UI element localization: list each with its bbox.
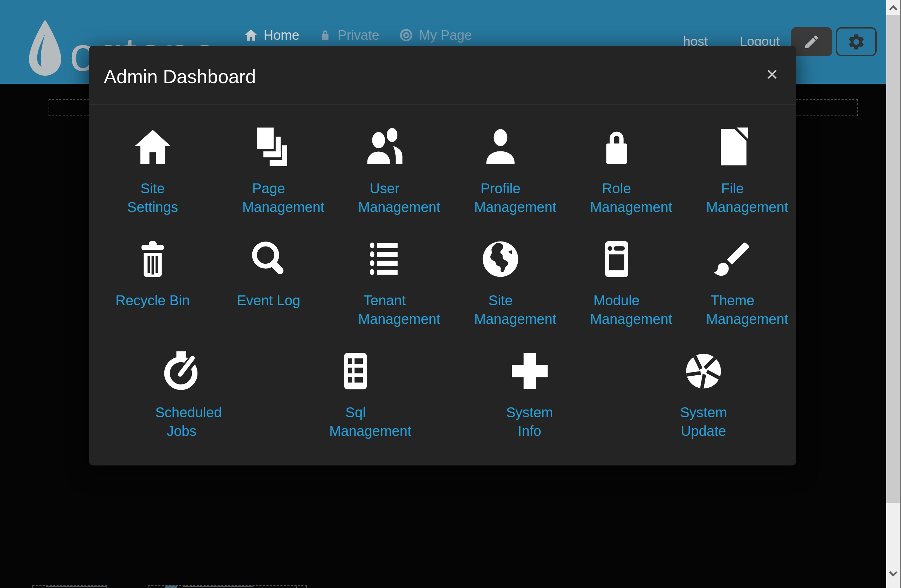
tile-theme-management[interactable]: Theme Management [675, 217, 791, 329]
table-icon [333, 349, 378, 393]
tile-label: Sql Management [329, 403, 382, 440]
tile-user-management[interactable]: User Management [327, 104, 443, 217]
search-icon [246, 237, 291, 281]
tiles-row-1: Site Settings Page Management [95, 104, 790, 217]
tile-system-info[interactable]: System Info [443, 329, 617, 440]
tile-profile-management[interactable]: Profile Management [443, 104, 559, 217]
footer-fragment [165, 585, 178, 588]
tile-site-management[interactable]: Site Management [443, 217, 559, 329]
tiles-row-3: Scheduled Jobs Sql Management [95, 329, 790, 440]
pencil-icon [803, 33, 820, 50]
nav-label: My Page [419, 28, 472, 43]
aperture-icon [681, 349, 726, 393]
vertical-scrollbar[interactable] [886, 0, 901, 588]
lock-icon [594, 125, 639, 169]
tile-label: Scheduled Jobs [155, 403, 208, 440]
home-icon [131, 125, 175, 169]
tile-site-settings[interactable]: Site Settings [95, 104, 211, 217]
page: { "colors": { "accent": "#2A9FD6", "head… [0, 0, 901, 588]
tile-label: File Management [706, 179, 759, 217]
tile-label: Profile Management [474, 179, 527, 217]
footer-fragment [296, 585, 297, 588]
globe-icon [478, 237, 523, 281]
footer-fragment [46, 586, 106, 587]
nav-label: Home [263, 28, 299, 43]
tile-tenant-management[interactable]: Tenant Management [327, 217, 443, 329]
target-icon [398, 28, 414, 43]
scroll-up-arrow-icon[interactable] [886, 1, 900, 16]
tile-page-management[interactable]: Page Management [211, 104, 327, 217]
modal-body: Site Settings Page Management [89, 104, 796, 440]
tile-label: User Management [358, 179, 411, 217]
modal-title: Admin Dashboard [104, 66, 256, 87]
gear-icon [847, 33, 866, 51]
nav-item-my-page[interactable]: My Page [398, 28, 472, 43]
tile-label: Theme Management [706, 291, 759, 329]
modal-header: Admin Dashboard ✕ [89, 46, 796, 104]
tile-label: Event Log [237, 291, 300, 310]
module-icon [594, 237, 639, 281]
timer-icon [159, 349, 204, 393]
cutoff-footer-fragments [0, 582, 885, 588]
tile-label: Page Management [242, 179, 295, 217]
users-icon [363, 125, 407, 169]
nav-item-home[interactable]: Home [243, 28, 299, 43]
scroll-down-arrow-icon[interactable] [886, 566, 900, 581]
tile-label: Site Settings [126, 179, 179, 217]
tile-label: System Info [503, 403, 556, 440]
settings-button[interactable] [836, 27, 877, 56]
footer-fragment [183, 586, 253, 587]
nav-item-private[interactable]: Private [318, 28, 379, 43]
scrollbar-thumb[interactable] [886, 15, 900, 503]
file-icon [710, 125, 754, 169]
admin-dashboard-modal: Admin Dashboard ✕ Site Settings [89, 46, 796, 465]
tile-label: Module Management [590, 291, 643, 329]
tile-label: System Update [677, 403, 730, 440]
tile-label: Site Management [474, 291, 527, 329]
tile-label: Role Management [590, 179, 643, 217]
list-icon [363, 237, 407, 281]
person-icon [478, 125, 523, 169]
edit-mode-button[interactable] [791, 27, 832, 56]
pages-icon [246, 125, 291, 169]
tile-sql-management[interactable]: Sql Management [268, 329, 443, 440]
tile-event-log[interactable]: Event Log [211, 217, 327, 329]
tiles-row-2: Recycle Bin Event Log [95, 217, 790, 329]
tile-recycle-bin[interactable]: Recycle Bin [95, 217, 211, 329]
droplet-icon [26, 18, 64, 80]
tile-scheduled-jobs[interactable]: Scheduled Jobs [95, 329, 268, 440]
close-icon[interactable]: ✕ [765, 67, 778, 83]
home-icon [243, 28, 258, 43]
tile-system-update[interactable]: System Update [617, 329, 790, 440]
brush-icon [710, 237, 754, 281]
main-nav: Home Private My Page [243, 21, 472, 49]
lock-icon [318, 28, 332, 42]
tile-label: Tenant Management [358, 291, 411, 329]
tile-module-management[interactable]: Module Management [558, 217, 675, 329]
trash-icon [131, 237, 175, 281]
nav-label: Private [338, 28, 379, 43]
plus-icon [508, 349, 552, 393]
tile-role-management[interactable]: Role Management [558, 104, 675, 217]
tile-label: Recycle Bin [115, 291, 190, 310]
tile-file-management[interactable]: File Management [675, 104, 791, 217]
